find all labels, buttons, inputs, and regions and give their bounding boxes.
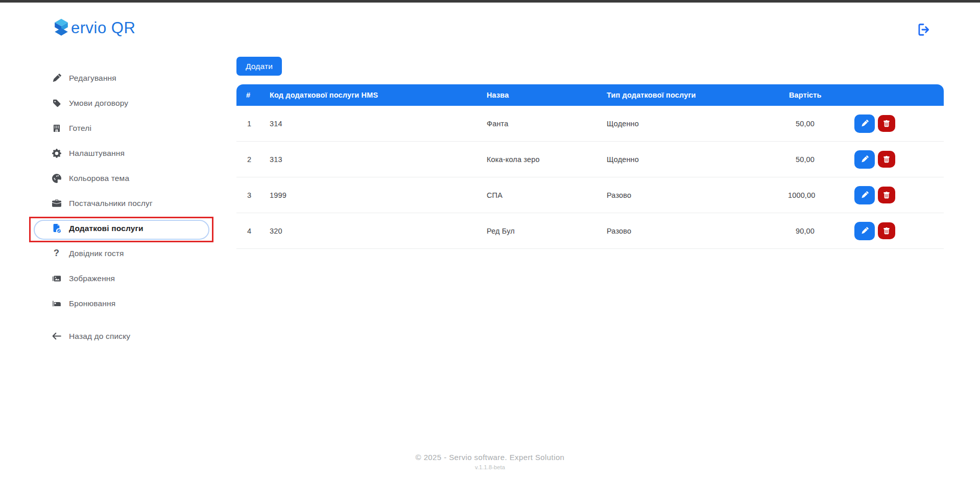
back-to-list-label: Назад до списку bbox=[69, 332, 130, 341]
sidebar-item-settings[interactable]: Налаштування bbox=[29, 141, 213, 166]
edit-row-button[interactable] bbox=[854, 186, 875, 204]
question-icon: ? bbox=[51, 248, 62, 259]
sidebar-item-guest-directory[interactable]: ? Довідник гостя bbox=[29, 241, 213, 266]
delete-row-button[interactable] bbox=[878, 222, 895, 239]
sidebar-item-label: Редагування bbox=[69, 74, 116, 83]
cell-num: 2 bbox=[236, 155, 270, 164]
cell-num: 3 bbox=[236, 191, 270, 199]
cell-num: 1 bbox=[236, 120, 270, 128]
cell-code: 1999 bbox=[270, 191, 487, 199]
sidebar-item-label: Умови договору bbox=[69, 99, 128, 108]
delete-row-button[interactable] bbox=[878, 151, 895, 168]
table-row: 4 320 Ред Бул Разово 90,00 bbox=[236, 213, 944, 249]
cell-price: 50,00 bbox=[788, 155, 854, 164]
cell-type: Щоденно bbox=[607, 155, 788, 164]
cell-price: 1000,00 bbox=[788, 191, 854, 199]
cell-price: 50,00 bbox=[788, 120, 854, 128]
column-header-name: Назва bbox=[487, 91, 607, 99]
column-header-price: Вартість bbox=[788, 91, 854, 99]
edit-row-button[interactable] bbox=[854, 222, 875, 240]
trash-icon bbox=[883, 120, 890, 127]
briefcase-icon bbox=[51, 198, 62, 209]
column-header-type: Тип додаткової послуги bbox=[607, 91, 788, 99]
sidebar-item-label: Кольорова тема bbox=[69, 174, 129, 183]
pencil-icon bbox=[861, 155, 869, 163]
trash-icon bbox=[883, 156, 890, 163]
table-row: 1 314 Фанта Щоденно 50,00 bbox=[236, 106, 944, 142]
pencil-icon bbox=[861, 120, 869, 127]
cell-code: 313 bbox=[270, 155, 487, 164]
sidebar-item-label: Довідник гостя bbox=[69, 249, 124, 258]
cell-type: Разово bbox=[607, 227, 788, 235]
palette-icon bbox=[51, 173, 62, 184]
table-header: # Код додаткової послуги HMS Назва Тип д… bbox=[236, 84, 944, 106]
images-icon bbox=[51, 273, 62, 284]
sidebar-item-images[interactable]: Зображення bbox=[29, 266, 213, 291]
sidebar-item-label: Готелі bbox=[69, 124, 91, 133]
arrow-left-icon bbox=[51, 331, 62, 341]
sidebar-item-bookings[interactable]: Бронювання bbox=[29, 291, 213, 316]
table-row: 3 1999 СПА Разово 1000,00 bbox=[236, 177, 944, 213]
sidebar-item-additional-services[interactable]: Додаткові послуги bbox=[29, 216, 213, 241]
sidebar-item-editing[interactable]: Редагування bbox=[29, 65, 213, 90]
cell-type: Разово bbox=[607, 191, 788, 199]
sidebar-item-label: Налаштування bbox=[69, 149, 125, 158]
back-to-list-link[interactable]: Назад до списку bbox=[29, 324, 213, 349]
logo-text: ervio QR bbox=[71, 19, 135, 37]
sidebar: Редагування Умови договору Готелі bbox=[29, 65, 213, 349]
gear-icon bbox=[51, 148, 62, 158]
sidebar-item-label: Бронювання bbox=[69, 299, 115, 308]
trash-icon bbox=[883, 227, 890, 235]
pencil-icon bbox=[861, 191, 869, 199]
column-header-code: Код додаткової послуги HMS bbox=[270, 91, 487, 99]
sidebar-item-color-theme[interactable]: Кольорова тема bbox=[29, 166, 213, 191]
pencil-icon bbox=[51, 73, 62, 83]
trash-icon bbox=[883, 192, 890, 199]
cell-name: Кока-кола зеро bbox=[487, 155, 607, 164]
cell-price: 90,00 bbox=[788, 227, 854, 235]
bed-icon bbox=[51, 298, 62, 309]
cell-code: 314 bbox=[270, 120, 487, 128]
add-button[interactable]: Додати bbox=[236, 57, 282, 76]
sidebar-item-service-providers[interactable]: Постачальники послуг bbox=[29, 191, 213, 216]
delete-row-button[interactable] bbox=[878, 187, 895, 203]
sidebar-item-contract-terms[interactable]: Умови договору bbox=[29, 90, 213, 116]
sidebar-item-label: Зображення bbox=[69, 274, 115, 283]
sidebar-item-label: Постачальники послуг bbox=[69, 199, 153, 208]
logo-s-icon bbox=[50, 17, 73, 39]
sidebar-item-label: Додаткові послуги bbox=[69, 224, 144, 233]
cell-name: СПА bbox=[487, 191, 607, 199]
copyright-text: © 2025 - Servio software. Expert Solutio… bbox=[0, 453, 980, 462]
tag-icon bbox=[51, 98, 62, 108]
edit-row-button[interactable] bbox=[854, 150, 875, 169]
services-table: # Код додаткової послуги HMS Назва Тип д… bbox=[236, 84, 944, 249]
table-row: 2 313 Кока-кола зеро Щоденно 50,00 bbox=[236, 142, 944, 177]
top-border bbox=[0, 0, 980, 3]
file-check-icon bbox=[51, 223, 62, 234]
cell-type: Щоденно bbox=[607, 120, 788, 128]
footer: © 2025 - Servio software. Expert Solutio… bbox=[0, 453, 980, 470]
logo[interactable]: ervio QR bbox=[50, 17, 135, 39]
sidebar-item-hotels[interactable]: Готелі bbox=[29, 116, 213, 141]
cell-name: Ред Бул bbox=[487, 227, 607, 235]
column-header-num: # bbox=[236, 91, 270, 99]
pencil-icon bbox=[861, 227, 869, 235]
logout-icon[interactable] bbox=[916, 22, 931, 38]
cell-code: 320 bbox=[270, 227, 487, 235]
edit-row-button[interactable] bbox=[854, 114, 875, 133]
cell-name: Фанта bbox=[487, 120, 607, 128]
version-text: v.1.1.8-beta bbox=[0, 464, 980, 470]
cell-num: 4 bbox=[236, 227, 270, 235]
delete-row-button[interactable] bbox=[878, 115, 895, 132]
building-icon bbox=[51, 123, 62, 133]
